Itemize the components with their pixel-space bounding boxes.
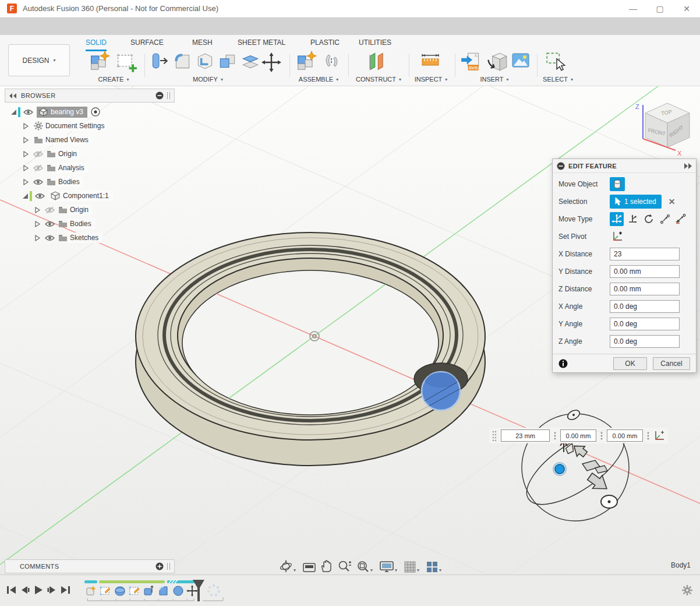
expand-dialog-icon[interactable]	[684, 163, 692, 169]
z-distance-mini-input[interactable]: 0.00 mm	[607, 429, 643, 442]
ok-button[interactable]: OK	[613, 357, 647, 370]
move-type-point-to-position[interactable]	[674, 212, 688, 226]
browser-row-document-settings[interactable]: Document Settings	[5, 119, 108, 133]
visibility-hidden-eye-icon[interactable]	[45, 206, 55, 214]
dialog-header[interactable]: EDIT FEATURE	[553, 159, 696, 173]
y-angle-input[interactable]	[610, 318, 680, 330]
construct-plane-tool[interactable]	[365, 50, 388, 73]
expander-closed-icon[interactable]	[23, 123, 29, 129]
browser-row-bearing-v3[interactable]: bearing v3	[5, 105, 100, 119]
drag-handle-icon[interactable]	[492, 431, 497, 441]
bearing-body[interactable]	[136, 232, 485, 466]
timeline-feature-fillet[interactable]	[160, 587, 167, 595]
timeline-feature-revolve[interactable]	[115, 587, 125, 596]
clear-selection-icon[interactable]: ✕	[669, 197, 676, 206]
timeline-feature-form-sphere[interactable]	[174, 586, 183, 596]
viewports-tool[interactable]: ▾	[426, 560, 441, 573]
new-component-tool[interactable]	[294, 50, 317, 73]
minimize-button[interactable]: —	[620, 0, 646, 17]
z-angle-input[interactable]	[610, 335, 680, 348]
rotate-handle[interactable]	[601, 495, 617, 508]
move-object-bodies-button[interactable]	[610, 177, 625, 191]
fillet-tool[interactable]	[171, 50, 193, 72]
browser-row-component-bodies[interactable]: Bodies	[5, 217, 96, 231]
move-type-free-move[interactable]	[610, 212, 624, 226]
visibility-eye-icon[interactable]	[45, 221, 55, 227]
go-to-start-button[interactable]	[7, 586, 16, 594]
construct-group-label[interactable]: CONSTRUCT▾	[356, 76, 401, 83]
orbit-tool[interactable]: ▾	[280, 560, 296, 573]
shell-tool[interactable]	[194, 50, 216, 72]
browser-row-component-origin[interactable]: Origin	[5, 203, 93, 217]
visibility-hidden-eye-icon[interactable]	[33, 150, 43, 158]
visibility-eye-icon[interactable]	[35, 193, 45, 199]
timeline-feature-extrude[interactable]	[144, 586, 153, 596]
browser-panel-header[interactable]: BROWSER	[5, 89, 175, 103]
grip-dots-icon[interactable]	[554, 432, 556, 440]
component-node-chip[interactable]: Component1:1	[48, 190, 113, 202]
timeline-settings-gear-icon[interactable]	[682, 585, 692, 596]
set-pivot-button[interactable]	[610, 230, 625, 244]
timeline-feature-sketch[interactable]	[129, 587, 139, 595]
suppressed-feature-icon[interactable]	[207, 584, 220, 596]
visibility-hidden-eye-icon[interactable]	[33, 164, 43, 172]
browser-row-component-sketches[interactable]: Sketches	[5, 231, 102, 245]
visibility-eye-icon[interactable]	[33, 179, 43, 185]
collapse-dialog-icon[interactable]	[557, 162, 565, 170]
root-node-chip[interactable]: bearing v3	[37, 107, 87, 118]
new-body-tool[interactable]	[87, 50, 111, 73]
move-copy-tool[interactable]	[261, 52, 281, 72]
joint-tool[interactable]	[321, 52, 341, 72]
play-button[interactable]	[35, 586, 43, 594]
manipulator-center-point[interactable]	[555, 464, 564, 474]
comments-panel-header[interactable]: COMMENTS	[5, 559, 175, 573]
insert-group-label[interactable]: INSERT▾	[480, 76, 508, 83]
zoom-tool[interactable]	[338, 560, 352, 573]
move-type-point-to-point[interactable]	[658, 212, 672, 226]
x-angle-input[interactable]	[610, 300, 680, 313]
browser-row-component1[interactable]: Component1:1	[5, 189, 113, 203]
pan-tool[interactable]	[320, 560, 332, 573]
y-distance-input[interactable]	[610, 265, 680, 278]
modify-group-label[interactable]: MODIFY▾	[193, 76, 223, 83]
expander-closed-icon[interactable]	[35, 235, 40, 241]
browser-row-analysis[interactable]: Analysis	[5, 161, 89, 175]
timeline-feature-new-component[interactable]	[87, 586, 96, 595]
expander-closed-icon[interactable]	[23, 151, 29, 157]
select-group-label[interactable]: SELECT▾	[543, 76, 573, 83]
measure-tool[interactable]	[420, 54, 440, 71]
expander-open-icon[interactable]	[22, 193, 29, 199]
look-at-tool[interactable]	[303, 560, 316, 573]
maximize-button[interactable]: ▢	[646, 0, 673, 17]
add-comment-icon[interactable]	[155, 562, 164, 570]
insert-canvas-tool[interactable]	[510, 50, 531, 71]
panel-grip[interactable]	[167, 92, 170, 99]
browser-row-origin[interactable]: Origin	[5, 147, 81, 161]
browser-row-bodies[interactable]: Bodies	[5, 175, 84, 189]
visibility-eye-icon[interactable]	[45, 235, 55, 241]
y-distance-mini-input[interactable]: 0.00 mm	[560, 429, 596, 442]
x-distance-mini-input[interactable]: 23 mm	[501, 429, 550, 442]
create-sketch-tool[interactable]	[114, 50, 137, 73]
go-to-end-button[interactable]	[61, 586, 70, 594]
x-distance-input[interactable]	[610, 248, 680, 260]
create-group-label[interactable]: CREATE▾	[98, 76, 129, 83]
tab-surface[interactable]: SURFACE	[130, 38, 164, 50]
expander-open-icon[interactable]	[10, 109, 17, 115]
insert-svg-tool[interactable]: SVG	[460, 50, 482, 73]
grid-settings-tool[interactable]: ▾	[404, 560, 419, 573]
tab-plastic[interactable]: PLASTIC	[310, 38, 340, 50]
grip-dots-icon[interactable]	[600, 432, 603, 440]
close-button[interactable]: ✕	[673, 0, 700, 17]
select-tool[interactable]	[544, 50, 568, 73]
tab-utilities[interactable]: UTILITIES	[359, 38, 391, 50]
expander-closed-icon[interactable]	[35, 207, 40, 213]
visibility-eye-icon[interactable]	[23, 109, 33, 115]
tab-sheet-metal[interactable]: SHEET METAL	[238, 38, 285, 50]
timeline-feature-move[interactable]	[186, 585, 198, 597]
combine-tool[interactable]	[217, 50, 239, 72]
workspace-switcher-design[interactable]: DESIGN▾	[8, 44, 70, 76]
fit-tool[interactable]: ▾	[356, 560, 373, 573]
grip-dots-icon[interactable]	[647, 432, 649, 440]
hide-panel-icon[interactable]	[155, 91, 164, 100]
